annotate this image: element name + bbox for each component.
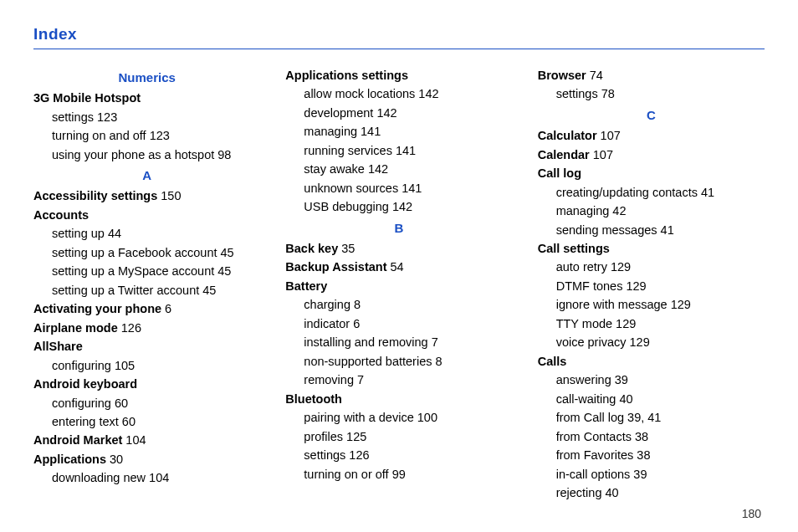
index-subentry: non-supported batteries 8	[285, 352, 512, 371]
subentry-text: setting up a Facebook account	[52, 246, 217, 259]
index-term: Calculator 107	[538, 126, 765, 145]
subentry-text: from Favorites	[556, 448, 634, 462]
subentry-text: from Call log	[556, 411, 624, 424]
column-3: Browser 74settings 78CCalculator 107Cale…	[538, 66, 765, 503]
index-term: Accounts	[33, 206, 260, 224]
page-ref: 126	[345, 448, 369, 462]
subentry-text: pairing with a device	[304, 411, 413, 424]
term-text: AllShare	[33, 340, 83, 353]
index-subentry: creating/updating contacts 41	[538, 183, 765, 202]
subentry-text: DTMF tones	[556, 279, 623, 293]
subentry-text: answering	[556, 373, 611, 386]
page-ref: 142	[373, 106, 396, 120]
page-ref: 41	[698, 186, 714, 199]
index-subentry: profiles 125	[285, 427, 512, 446]
index-subentry: unknown sources 141	[285, 179, 512, 197]
index-subentry: sending messages 41	[538, 221, 765, 239]
subentry-text: settings	[52, 110, 94, 124]
subentry-text: settings	[556, 87, 598, 100]
section-heading: Numerics	[33, 68, 260, 87]
page-ref: 60	[111, 396, 128, 410]
subentry-text: configuring	[52, 359, 111, 372]
subentry-text: installing and removing	[304, 335, 427, 349]
term-text: Applications	[33, 453, 106, 466]
index-term: Activating your phone 6	[33, 299, 260, 318]
page-ref: 99	[389, 468, 406, 481]
page-ref: 45	[199, 284, 216, 297]
page-ref: 142	[415, 87, 438, 100]
page-ref: 8	[350, 298, 361, 311]
page-ref: 74	[586, 69, 603, 82]
subentry-text: voice privacy	[556, 335, 627, 349]
term-text: Browser	[538, 69, 586, 82]
subentry-text: settings	[304, 448, 345, 462]
subentry-text: allow mock locations	[304, 87, 415, 100]
index-subentry: installing and removing 7	[285, 333, 512, 351]
index-subentry: setting up 44	[33, 224, 260, 243]
page-ref: 39, 41	[624, 411, 661, 424]
index-term: Call log	[538, 164, 765, 182]
page-ref: 6	[161, 302, 171, 315]
subentry-text: rejecting	[556, 486, 602, 499]
term-text: Calculator	[538, 129, 597, 142]
page-ref: 41	[657, 223, 674, 237]
subentry-text: setting up a MySpace account	[52, 264, 214, 278]
page-ref: 40	[616, 392, 632, 406]
index-term: Backup Assistant 54	[285, 258, 512, 276]
subentry-text: stay awake	[304, 162, 365, 176]
page-ref: 44	[105, 227, 121, 240]
page-ref: 105	[111, 359, 135, 372]
page-ref: 98	[214, 148, 231, 161]
index-term: AllShare	[33, 337, 260, 356]
index-term: Browser 74	[538, 66, 765, 84]
page-ref: 123	[146, 129, 170, 142]
page-ref: 129	[622, 279, 646, 293]
page-ref: 6	[350, 317, 360, 330]
term-text: Android Market	[33, 433, 122, 447]
page-ref: 141	[398, 182, 422, 195]
page-ref: 7	[428, 335, 438, 349]
index-subentry: setting up a Facebook account 45	[33, 243, 260, 262]
page-ref: 129	[612, 317, 636, 330]
section-heading: B	[285, 218, 512, 238]
index-term: 3G Mobile Hotspot	[33, 89, 260, 107]
page-ref: 39	[630, 468, 647, 481]
subentry-text: downloading new	[52, 471, 146, 484]
index-subentry: stay awake 142	[285, 160, 512, 178]
page-ref: 40	[601, 486, 618, 499]
subentry-text: creating/updating contacts	[556, 186, 698, 199]
page-ref: 60	[119, 415, 136, 428]
index-subentry: managing 42	[538, 202, 765, 220]
index-subentry: allow mock locations 142	[285, 84, 512, 103]
subentry-text: running services	[304, 144, 392, 157]
subentry-text: auto retry	[556, 260, 607, 274]
index-term: Applications settings	[285, 66, 512, 84]
term-text: Call settings	[538, 242, 610, 255]
subentry-text: sending messages	[556, 223, 657, 237]
subentry-text: unknown sources	[304, 182, 398, 195]
index-subentry: TTY mode 129	[538, 315, 765, 333]
term-text: Android keyboard	[33, 377, 137, 391]
index-subentry: using your phone as a hotspot 98	[33, 146, 260, 164]
section-heading: C	[538, 105, 765, 125]
page-number: 180	[742, 507, 761, 520]
term-text: Backup Assistant	[285, 260, 386, 274]
index-subentry: pairing with a device 100	[285, 408, 512, 427]
page-ref: 107	[590, 148, 613, 161]
term-text: Applications settings	[285, 69, 408, 82]
subentry-text: turning on and off	[52, 129, 146, 142]
index-subentry: settings 78	[538, 84, 765, 103]
subentry-text: profiles	[304, 430, 343, 443]
index-subentry: settings 123	[33, 108, 260, 126]
page-ref: 100	[414, 411, 437, 424]
page-ref: 54	[386, 260, 403, 274]
subentry-text: removing	[304, 373, 354, 386]
page-ref: 129	[668, 298, 691, 311]
index-term: Android keyboard	[33, 375, 260, 393]
term-text: Accounts	[33, 208, 89, 222]
term-text: 3G Mobile Hotspot	[33, 91, 141, 105]
index-term: Airplane mode 126	[33, 319, 260, 337]
column-1: Numerics3G Mobile Hotspotsettings 123tur…	[33, 66, 260, 503]
subentry-text: from Contacts	[556, 430, 632, 443]
index-term: Call settings	[538, 239, 765, 258]
